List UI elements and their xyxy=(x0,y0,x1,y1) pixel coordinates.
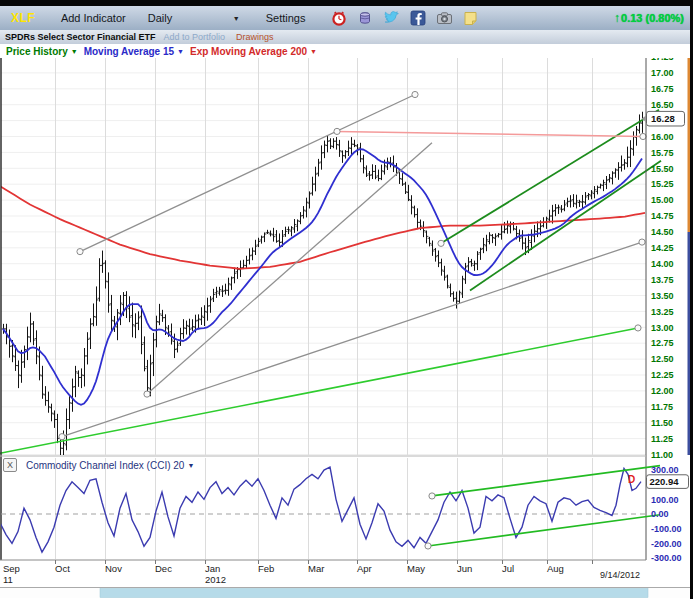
svg-text:-300.00: -300.00 xyxy=(651,553,682,563)
svg-text:16.75: 16.75 xyxy=(651,84,674,94)
camera-icon[interactable] xyxy=(436,10,453,26)
green-channel-upper[interactable] xyxy=(441,110,659,244)
svg-text:Jul: Jul xyxy=(502,563,514,574)
svg-text:13.75: 13.75 xyxy=(651,275,674,285)
svg-text:Mar: Mar xyxy=(308,563,324,574)
cci-panel: D300.00100.000.00-100.00-200.00-300.0022… xyxy=(0,458,689,563)
svg-text:Sep: Sep xyxy=(3,563,20,574)
svg-text:17.00: 17.00 xyxy=(651,68,674,78)
chart-canvas: 17.2517.0016.7516.5016.0015.7515.5015.25… xyxy=(0,0,693,606)
chevron-down-icon: ▼ xyxy=(310,48,317,55)
cci-panel-title[interactable]: Commodity Channel Index (CCI) 20▼ xyxy=(26,460,194,471)
svg-text:15.00: 15.00 xyxy=(651,195,674,205)
toolbar: XLF Add Indicator Daily ▼ Settings xyxy=(0,6,693,31)
legend-moving-average-15[interactable]: Moving Average 15▼ xyxy=(84,46,184,57)
svg-text:Apr: Apr xyxy=(357,563,372,574)
chevron-down-icon: ▼ xyxy=(71,48,78,55)
last-date-label: 9/14/2012 xyxy=(600,570,640,580)
gray-trendline-lower[interactable] xyxy=(62,242,642,437)
svg-text:-200.00: -200.00 xyxy=(651,539,682,549)
gray-trendline-steep[interactable] xyxy=(147,143,432,394)
svg-text:-100.00: -100.00 xyxy=(651,524,682,534)
svg-text:13.50: 13.50 xyxy=(651,291,674,301)
alarm-icon[interactable] xyxy=(331,10,347,26)
timeframe-dropdown[interactable]: Daily ▼ xyxy=(148,12,240,24)
svg-text:15.50: 15.50 xyxy=(651,164,674,174)
svg-text:12.00: 12.00 xyxy=(651,386,674,396)
svg-text:13.25: 13.25 xyxy=(651,307,674,317)
legend-exp-moving-average-200[interactable]: Exp Moving Average 200▼ xyxy=(190,46,317,57)
svg-text:14.25: 14.25 xyxy=(651,243,674,253)
svg-text:Aug: Aug xyxy=(547,563,564,574)
svg-text:Feb: Feb xyxy=(258,563,274,574)
cci-last-value: 220.94 xyxy=(650,476,680,487)
gray-trendline-upper[interactable] xyxy=(80,95,415,252)
chevron-down-icon: ▼ xyxy=(177,48,184,55)
svg-text:Nov: Nov xyxy=(105,563,122,574)
cci-channel-lower[interactable] xyxy=(428,515,660,546)
facebook-icon[interactable] xyxy=(410,10,426,26)
change-text: 0.13 (0.80%) xyxy=(621,12,684,24)
svg-text:Dec: Dec xyxy=(155,563,172,574)
add-to-portfolio-link[interactable]: Add to Portfolio xyxy=(164,32,226,42)
cci-channel-upper[interactable] xyxy=(432,466,660,496)
symbol-info-bar: SPDRs Select Sector Financial ETF Add to… xyxy=(0,30,693,45)
etf-full-name: SPDRs Select Sector Financial ETF xyxy=(5,32,156,42)
svg-text:100.00: 100.00 xyxy=(651,495,679,505)
cci-line[interactable] xyxy=(0,467,641,552)
svg-text:Jan: Jan xyxy=(205,563,220,574)
chevron-down-icon: ▼ xyxy=(233,15,240,22)
svg-text:16.00: 16.00 xyxy=(651,132,674,142)
timeframe-value: Daily xyxy=(148,12,172,24)
svg-text:0.00: 0.00 xyxy=(651,509,669,519)
database-icon[interactable] xyxy=(357,10,373,26)
add-indicator-menu[interactable]: Add Indicator xyxy=(61,12,126,24)
window-top-border xyxy=(0,0,693,6)
svg-text:16.50: 16.50 xyxy=(651,100,674,110)
svg-text:2012: 2012 xyxy=(205,574,226,585)
svg-text:11.25: 11.25 xyxy=(651,434,673,444)
svg-text:12.50: 12.50 xyxy=(651,354,674,364)
svg-text:11.00: 11.00 xyxy=(651,450,673,460)
time-axis: Sep11OctNovDecJan2012FebMarAprMayJunJulA… xyxy=(0,560,646,585)
symbol-label: XLF xyxy=(11,11,35,25)
last-price-value: 16.28 xyxy=(651,113,675,124)
svg-text:15.25: 15.25 xyxy=(651,179,674,189)
svg-text:14.00: 14.00 xyxy=(651,259,674,269)
svg-text:May: May xyxy=(407,563,425,574)
svg-text:11.50: 11.50 xyxy=(651,418,673,428)
ma15-line[interactable] xyxy=(3,149,642,405)
chevron-down-icon: ▼ xyxy=(187,462,194,469)
horizontal-scrollbar-thumb[interactable] xyxy=(100,589,648,598)
toolbar-icons xyxy=(331,10,478,26)
svg-text:11: 11 xyxy=(3,574,13,585)
svg-text:11.75: 11.75 xyxy=(651,402,673,412)
svg-text:15.75: 15.75 xyxy=(651,148,674,158)
cci-panel-header: X Commodity Channel Index (CCI) 20▼ xyxy=(3,458,194,472)
note-icon[interactable] xyxy=(463,10,478,26)
cci-d-marker: D xyxy=(628,474,635,485)
svg-text:12.25: 12.25 xyxy=(651,370,674,380)
pink-resistance-line[interactable] xyxy=(337,131,643,136)
svg-text:Jun: Jun xyxy=(457,563,472,574)
svg-text:Oct: Oct xyxy=(55,563,70,574)
price-change-badge: ↑0.13 (0.80%) xyxy=(614,11,684,25)
indicator-legend-bar: Price History▼ Moving Average 15▼ Exp Mo… xyxy=(0,44,693,58)
settings-menu[interactable]: Settings xyxy=(266,12,306,24)
close-icon[interactable]: X xyxy=(3,458,17,472)
svg-text:13.00: 13.00 xyxy=(651,323,674,333)
drawings-link[interactable]: Drawings xyxy=(236,32,274,42)
svg-text:14.50: 14.50 xyxy=(651,227,674,237)
legend-price-history[interactable]: Price History▼ xyxy=(6,46,78,57)
twitter-icon[interactable] xyxy=(383,10,400,26)
main-grid xyxy=(1,57,646,455)
svg-text:300.00: 300.00 xyxy=(651,465,679,475)
ema200-line[interactable] xyxy=(0,186,645,269)
up-arrow-icon: ↑ xyxy=(614,11,620,25)
svg-text:12.75: 12.75 xyxy=(651,338,674,348)
svg-text:14.75: 14.75 xyxy=(651,211,674,221)
